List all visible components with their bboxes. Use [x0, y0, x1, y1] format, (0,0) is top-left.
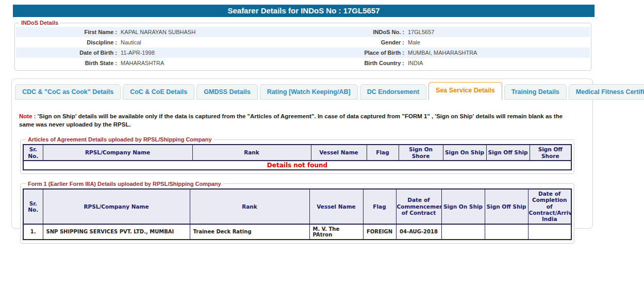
form1-cell-company: SNP SHIPPING SERVICES PVT. LTD., MUMBAI: [43, 224, 190, 240]
articles-col-company: RPSL/Company Name: [43, 145, 192, 161]
indos-row-discipline: Discipline : Nautical Gender : Male: [16, 37, 590, 48]
place-of-birth-label: Place of Birth :: [328, 50, 408, 56]
sign-on-ship-note: Note : 'Sign on Ship' details will be av…: [19, 112, 571, 129]
details-not-found-message: Details not found: [23, 161, 571, 170]
form1-section: Form 1 (Earlier Form IIIA) Details uploa…: [20, 181, 574, 244]
form1-col-sign-on-ship: Sign On Ship: [441, 189, 485, 224]
tab-rating-watch-keeping[interactable]: Rating [Watch Keeping/AB]: [260, 84, 358, 100]
indos-no-value: 17GL5657: [408, 29, 590, 35]
form1-col-sr-no: Sr. No.: [23, 189, 43, 224]
form1-cell-sign-on-ship: [441, 224, 485, 240]
tab-coc-coe[interactable]: CoC & CoE Details: [123, 84, 194, 100]
note-text: 'Sign on Ship' details will be available…: [19, 113, 563, 128]
form1-cell-flag: FOREIGN: [363, 224, 396, 240]
form1-col-flag: Flag: [363, 189, 396, 224]
indos-row-state: Birth State : MAHARASHTRA Birth Country …: [16, 58, 590, 68]
form1-cell-sr-no: 1.: [23, 224, 43, 240]
form1-col-date-completion: Date of Completion of Contract/Arriving …: [528, 189, 571, 224]
birth-state-value: MAHARASHTRA: [121, 60, 328, 66]
discipline-label: Discipline :: [16, 39, 121, 45]
form1-cell-date-completion: [528, 224, 571, 240]
indos-details-legend: INDoS Details: [19, 20, 60, 26]
gender-value: Male: [408, 39, 590, 45]
articles-col-rank: Rank: [192, 145, 311, 161]
form1-table: Sr. No. RPSL/Company Name Rank Vessel Na…: [23, 188, 572, 240]
tab-gmdss[interactable]: GMDSS Details: [196, 84, 257, 100]
birth-country-value: INDIA: [408, 60, 590, 66]
articles-col-sign-off-ship: Sign Off Ship: [486, 145, 530, 161]
articles-header-row: Sr. No. RPSL/Company Name Rank Vessel Na…: [23, 145, 571, 161]
articles-legend: Articles of Agreement Details uploaded b…: [26, 136, 214, 143]
first-name-value: KAPAL NARAYAN SUBHASH: [121, 29, 328, 35]
page-title: Seafarer Details for INDoS No : 17GL5657: [13, 5, 595, 17]
articles-col-sign-on-shore: Sign On Shore: [399, 145, 443, 161]
tab-sea-service-details[interactable]: Sea Service Details: [428, 82, 502, 100]
dob-value: 11-APR-1998: [121, 50, 328, 56]
birth-state-label: Birth State :: [16, 60, 121, 66]
dob-label: Date of Birth :: [16, 50, 121, 56]
form1-cell-rank: Trainee Deck Rating: [190, 224, 309, 240]
tab-dc-endorsement[interactable]: DC Endorsement: [360, 84, 426, 100]
form1-col-sign-off-ship: Sign Off Ship: [485, 189, 528, 224]
tab-medical-fitness[interactable]: Medical Fitness Certificate: [569, 84, 644, 100]
form1-data-row: 1. SNP SHIPPING SERVICES PVT. LTD., MUMB…: [23, 224, 571, 240]
note-prefix: Note :: [19, 113, 36, 119]
articles-col-vessel: Vessel Name: [311, 145, 367, 161]
first-name-label: First Name :: [16, 29, 121, 35]
form1-col-rank: Rank: [190, 189, 309, 224]
tab-bar: CDC & "CoC as Cook" Details CoC & CoE De…: [15, 82, 592, 100]
indos-no-label: INDoS No. :: [328, 29, 408, 35]
indos-row-birth: Date of Birth : 11-APR-1998 Place of Bir…: [16, 48, 590, 58]
articles-table: Sr. No. RPSL/Company Name Rank Vessel Na…: [23, 144, 572, 170]
articles-empty-row: Details not found: [23, 161, 571, 170]
tab-training-details[interactable]: Training Details: [504, 84, 567, 100]
articles-col-sr-no: Sr. No.: [23, 145, 43, 161]
place-of-birth-value: MUMBAI, MAHARASHTRA: [408, 50, 590, 56]
indos-details-section: INDoS Details First Name : KAPAL NARAYAN…: [14, 20, 591, 71]
articles-of-agreement-section: Articles of Agreement Details uploaded b…: [20, 136, 574, 174]
form1-cell-date-commencement: 04-AUG-2018: [396, 224, 441, 240]
articles-col-sign-off-shore: Sign Off Shore: [530, 145, 571, 161]
tab-panel: CDC & "CoC as Cook" Details CoC & CoE De…: [11, 78, 593, 229]
articles-col-sign-on-ship: Sign On Ship: [443, 145, 486, 161]
birth-country-label: Birth Country :: [328, 60, 408, 66]
form1-legend: Form 1 (Earlier Form IIIA) Details uploa…: [26, 181, 223, 187]
form1-col-date-commencement: Date of Commencement of Contract: [396, 189, 441, 224]
seafarer-details-page: Seafarer Details for INDoS No : 17GL5657…: [0, 0, 644, 284]
form1-cell-sign-off-ship: [485, 224, 528, 240]
form1-header-row: Sr. No. RPSL/Company Name Rank Vessel Na…: [23, 189, 571, 224]
indos-row-name: First Name : KAPAL NARAYAN SUBHASH INDoS…: [16, 27, 590, 37]
tab-cdc-coc-as-cook[interactable]: CDC & "CoC as Cook" Details: [15, 84, 121, 100]
form1-cell-vessel: M. V. The PAtron: [309, 224, 363, 240]
articles-col-flag: Flag: [367, 145, 399, 161]
form1-col-vessel: Vessel Name: [309, 189, 363, 224]
gender-label: Gender :: [328, 39, 408, 45]
discipline-value: Nautical: [121, 39, 328, 45]
form1-col-company: RPSL/Company Name: [43, 189, 190, 224]
